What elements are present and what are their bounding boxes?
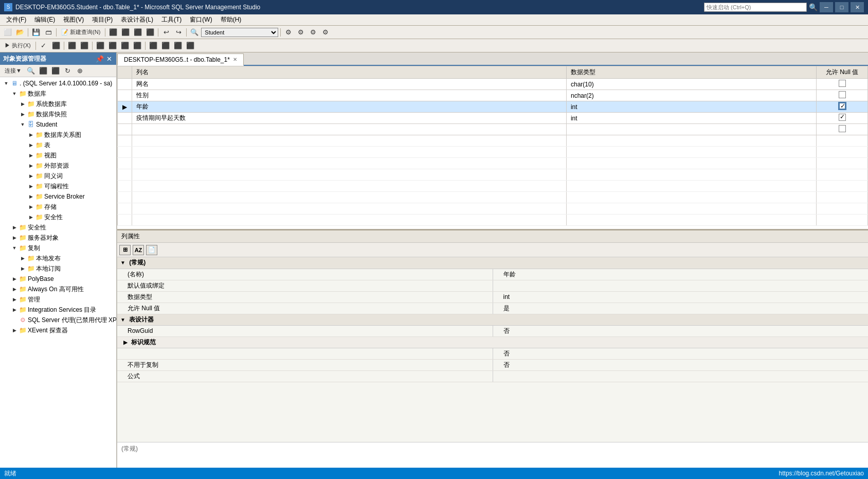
tb-format4[interactable]: ⬛: [185, 41, 196, 51]
col-null-5[interactable]: [817, 124, 868, 135]
tb-ext3[interactable]: ⚙: [308, 27, 319, 38]
menu-file[interactable]: 文件(F): [2, 14, 30, 25]
table-row[interactable]: ▶ 年龄 int: [118, 101, 868, 113]
tb-find[interactable]: 🔍: [189, 27, 200, 38]
expand-diagrams[interactable]: ▶: [27, 131, 35, 139]
sidebar-item-sys-db[interactable]: ▶ 📁 系统数据库: [0, 99, 116, 109]
tb-open[interactable]: 📂: [14, 27, 26, 38]
tb-new-query[interactable]: 📝 新建查询(N): [59, 27, 103, 38]
expand-databases[interactable]: ▼: [10, 90, 19, 98]
expand-ext-res[interactable]: ▶: [27, 162, 35, 170]
expand-integration-svc[interactable]: ▶: [10, 306, 19, 314]
expand-db-snapshots[interactable]: ▶: [19, 110, 27, 118]
sidebar-item-synonyms[interactable]: ▶ 📁 同义词: [0, 171, 116, 181]
col-name-3[interactable]: 年龄: [132, 101, 567, 113]
table-row[interactable]: 性别 nchar(2): [118, 90, 868, 101]
tb-execute[interactable]: ▶ 执行(X): [2, 41, 33, 51]
col-type-1[interactable]: char(10): [566, 79, 816, 90]
prop-tb-pages[interactable]: 📄: [146, 245, 157, 255]
tb-debug[interactable]: ⬛: [95, 41, 106, 51]
col-name-1[interactable]: 网名: [132, 79, 567, 90]
menu-view[interactable]: 视图(V): [59, 14, 88, 25]
expand-security-db[interactable]: ▶: [27, 213, 35, 221]
expand-security[interactable]: ▶: [10, 223, 19, 232]
null-checkbox-4[interactable]: [839, 114, 846, 121]
sidebar-item-polybase[interactable]: ▶ 📁 PolyBase: [0, 274, 116, 284]
expand-views[interactable]: ▶: [27, 151, 35, 159]
expand-server[interactable]: ▼: [2, 79, 10, 87]
col-name-2[interactable]: 性别: [132, 90, 567, 101]
expand-student[interactable]: ▼: [19, 120, 27, 129]
table-row[interactable]: 网名 char(10): [118, 79, 868, 90]
tb-format1[interactable]: ⬛: [148, 41, 159, 51]
prop-section-general-label[interactable]: ▼ (常规): [117, 257, 868, 269]
table-row[interactable]: [118, 124, 868, 135]
menu-help[interactable]: 帮助(H): [216, 14, 246, 25]
expand-polybase[interactable]: ▶: [10, 275, 19, 283]
prop-subsection-identity-label[interactable]: ▶ 标识规范: [117, 336, 868, 348]
expand-always-on[interactable]: ▶: [10, 285, 19, 293]
tb-btn2[interactable]: ⬛: [120, 27, 131, 38]
tb-results[interactable]: ⬛: [79, 41, 90, 51]
null-checkbox-5[interactable]: [839, 125, 846, 132]
tb-debug2[interactable]: ⬛: [107, 41, 118, 51]
sidebar-item-always-on[interactable]: ▶ 📁 Always On 高可用性: [0, 284, 116, 294]
menu-table-designer[interactable]: 表设计器(L): [117, 14, 157, 25]
quick-launch-search[interactable]: 🔍: [704, 3, 818, 12]
tb-format2[interactable]: ⬛: [160, 41, 171, 51]
null-checkbox-2[interactable]: [839, 91, 846, 98]
sidebar-item-diagrams[interactable]: ▶ 📁 数据库关系图: [0, 130, 116, 140]
prop-section-table-designer[interactable]: ▼ 表设计器: [117, 314, 868, 325]
expand-replication[interactable]: ▼: [10, 244, 19, 252]
prop-section-general-toggle[interactable]: ▼: [120, 260, 125, 265]
tb-new[interactable]: ⬜: [2, 27, 13, 38]
tb-undo[interactable]: ↩: [160, 27, 172, 38]
tb-stop[interactable]: ⬛: [66, 41, 78, 51]
table-row[interactable]: 疫情期间早起天数 int: [118, 113, 868, 124]
sidebar-item-server-objects[interactable]: ▶ 📁 服务器对象: [0, 233, 116, 243]
maximize-button[interactable]: □: [835, 2, 848, 12]
sidebar-expand-button[interactable]: ⊕: [75, 66, 86, 76]
minimize-button[interactable]: ─: [820, 2, 833, 12]
tb-parse[interactable]: ⬛: [50, 41, 62, 51]
prop-subsection-identity[interactable]: ▶ 标识规范: [117, 336, 868, 348]
sidebar-item-ext-res[interactable]: ▶ 📁 外部资源: [0, 161, 116, 171]
tb-save[interactable]: 💾: [30, 27, 42, 38]
null-checkbox-3[interactable]: [839, 102, 846, 110]
tb-format3[interactable]: ⬛: [172, 41, 184, 51]
close-button[interactable]: ✕: [851, 2, 864, 12]
null-checkbox-1[interactable]: [839, 80, 846, 87]
tb-ext2[interactable]: ⚙: [295, 27, 306, 38]
expand-server-objects[interactable]: ▶: [10, 234, 19, 242]
sidebar-close-button[interactable]: ✕: [105, 55, 113, 63]
expand-tables[interactable]: ▶: [27, 141, 35, 149]
sidebar-item-sql-agent[interactable]: ⚙ SQL Server 代理(已禁用代理 XP): [0, 315, 116, 325]
col-null-3[interactable]: [817, 101, 868, 113]
connect-button[interactable]: 连接▼: [2, 66, 24, 76]
tb-ext1[interactable]: ⚙: [283, 27, 294, 38]
prop-section-table-designer-toggle[interactable]: ▼: [120, 317, 125, 323]
expand-xevent[interactable]: ▶: [10, 326, 19, 334]
expand-management[interactable]: ▶: [10, 295, 19, 304]
sidebar-item-service-broker[interactable]: ▶ 📁 Service Broker: [0, 191, 116, 202]
col-name-5[interactable]: [132, 124, 567, 135]
tb-redo[interactable]: ↪: [173, 27, 184, 38]
menu-window[interactable]: 窗口(W): [186, 14, 216, 25]
col-name-4[interactable]: 疫情期间早起天数: [132, 113, 567, 124]
sidebar-refresh-button[interactable]: ↻: [62, 66, 74, 76]
sidebar-item-replication[interactable]: ▼ 📁 复制: [0, 243, 116, 253]
sidebar-item-management[interactable]: ▶ 📁 管理: [0, 294, 116, 305]
sidebar-item-security-db[interactable]: ▶ 📁 安全性: [0, 212, 116, 222]
sidebar-item-tables[interactable]: ▶ 📁 表: [0, 140, 116, 150]
sidebar-item-integration-svc[interactable]: ▶ 📁 Integration Services 目录: [0, 305, 116, 315]
col-type-5[interactable]: [566, 124, 816, 135]
menu-tools[interactable]: 工具(T): [157, 14, 186, 25]
prop-subsection-identity-toggle[interactable]: ▶: [123, 340, 128, 345]
col-null-1[interactable]: [817, 79, 868, 90]
prop-tb-categorized[interactable]: ⊞: [119, 245, 131, 255]
status-right[interactable]: https://blog.csdn.net/Getouxiao: [779, 470, 864, 477]
tb-save-all[interactable]: 🗃: [43, 27, 54, 38]
expand-storage[interactable]: ▶: [27, 203, 35, 211]
sidebar-filter2-button[interactable]: ⬛: [38, 66, 49, 76]
sidebar-item-xevent[interactable]: ▶ 📁 XEvent 探查器: [0, 325, 116, 335]
